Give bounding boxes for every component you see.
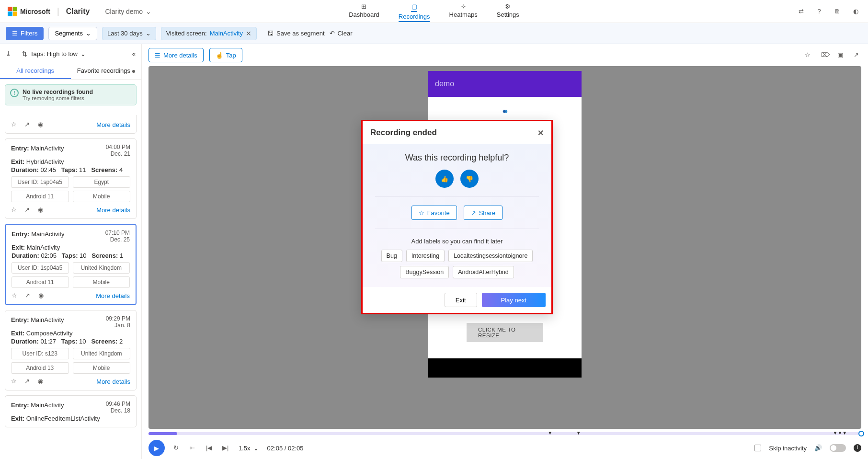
recordings-sidebar: ⤓ ⇅ Taps: High to low ⌄ « All recordings… bbox=[0, 44, 142, 459]
play-button[interactable]: ▶ bbox=[148, 440, 165, 456]
skip-back-icon[interactable]: |◀ bbox=[206, 444, 214, 452]
more-details-button[interactable]: ☰ More details bbox=[148, 48, 204, 62]
recordings-list[interactable]: ☆ ↗ ◉ More details Entry: MainActivity04… bbox=[0, 110, 141, 459]
label-tag[interactable]: Localtestingsessiontoignore bbox=[448, 250, 533, 262]
timeline-playhead[interactable] bbox=[858, 431, 864, 436]
recording-card[interactable]: ☆ ↗ ◉ More details bbox=[5, 115, 137, 134]
filter-chip-visited-screen[interactable]: Visited screen: MainActivity ✕ bbox=[161, 27, 257, 40]
label-tag[interactable]: Interesting bbox=[406, 250, 445, 262]
audio-toggle[interactable] bbox=[830, 444, 846, 452]
share-icon[interactable]: ↗ bbox=[24, 121, 32, 128]
player-toolbar: ☰ More details ☝ Tap ☆ ⌦ ▣ ↗ bbox=[142, 44, 868, 66]
label-tag[interactable]: BuggySession bbox=[400, 266, 449, 278]
person-icon[interactable]: ◉ bbox=[38, 292, 46, 299]
label-tag[interactable]: AndroidAfterHybrid bbox=[453, 266, 514, 278]
remove-chip-icon[interactable]: ✕ bbox=[246, 30, 251, 37]
copy-icon[interactable]: ▣ bbox=[837, 51, 845, 59]
person-icon[interactable]: ◉ bbox=[38, 206, 46, 214]
save-icon: 🖫 bbox=[267, 30, 274, 37]
speed-selector[interactable]: 1.5x ⌄ bbox=[239, 445, 259, 452]
download-icon[interactable]: ⤓ bbox=[6, 50, 13, 57]
recording-card[interactable]: Entry: MainActivity04:00 PMDec. 21Exit: … bbox=[5, 138, 137, 219]
dashboard-icon: ⊞ bbox=[361, 3, 366, 10]
project-switcher[interactable]: Clarity demo ⌄ bbox=[105, 8, 151, 15]
top-header: Microsoft | Clarity Clarity demo ⌄ ⊞ Das… bbox=[0, 0, 868, 23]
label-tag-list: BugInterestingLocaltestingsessiontoignor… bbox=[375, 250, 539, 278]
person-icon[interactable]: ◉ bbox=[38, 121, 46, 128]
time-display: 02:05 / 02:05 bbox=[267, 445, 304, 452]
star-icon[interactable]: ☆ bbox=[11, 206, 19, 214]
daterange-chip[interactable]: Last 30 days ⌄ bbox=[102, 27, 156, 40]
card-more-details[interactable]: More details bbox=[96, 207, 130, 214]
segments-button[interactable]: Segments ⌄ bbox=[48, 27, 97, 40]
tab-all-recordings[interactable]: All recordings bbox=[0, 63, 71, 79]
volume-icon[interactable]: 🔊 bbox=[814, 444, 822, 452]
close-dialog-button[interactable]: ✕ bbox=[537, 128, 544, 138]
person-icon[interactable]: ◉ bbox=[38, 378, 46, 385]
recording-card[interactable]: Entry: MainActivity09:46 PMDec. 18Exit: … bbox=[5, 395, 137, 427]
star-icon[interactable]: ☆ bbox=[11, 378, 19, 385]
nav-settings[interactable]: ⚙ Settings bbox=[497, 1, 519, 22]
thumbs-up-button[interactable]: 👍 bbox=[435, 170, 454, 188]
main-nav: ⊞ Dashboard ▢ Recordings ✧ Heatmaps ⚙ Se… bbox=[349, 1, 519, 22]
share-icon[interactable]: ↗ bbox=[24, 378, 32, 385]
nav-recordings[interactable]: ▢ Recordings bbox=[399, 1, 430, 22]
nav-dashboard[interactable]: ⊞ Dashboard bbox=[349, 1, 379, 22]
os-chip: Android 11 bbox=[11, 276, 69, 288]
share-icon[interactable]: ↗ bbox=[25, 292, 33, 299]
document-icon[interactable]: 🗎 bbox=[833, 7, 842, 16]
user-chip: User ID: 1sp04a5 bbox=[11, 262, 69, 274]
filters-button[interactable]: ☰ Filters bbox=[6, 27, 44, 40]
nav-heatmaps[interactable]: ✧ Heatmaps bbox=[449, 1, 478, 22]
tap-mode-button[interactable]: ☝ Tap bbox=[209, 48, 242, 62]
device-chip: Mobile bbox=[73, 362, 131, 374]
play-next-button[interactable]: Play next bbox=[482, 293, 546, 307]
thumbs-up-icon: 👍 bbox=[441, 175, 448, 183]
sort-dropdown[interactable]: ⇅ Taps: High to low ⌄ bbox=[22, 50, 86, 57]
star-icon[interactable]: ☆ bbox=[11, 292, 19, 299]
device-chip: Mobile bbox=[73, 276, 130, 288]
label-tag[interactable]: Bug bbox=[381, 250, 402, 262]
collapse-sidebar-icon[interactable]: « bbox=[132, 50, 136, 57]
account-icon[interactable]: ◐ bbox=[851, 7, 860, 16]
separator: | bbox=[57, 6, 59, 16]
tag-icon[interactable]: ⌦ bbox=[821, 51, 829, 59]
info-icon: ! bbox=[10, 89, 19, 97]
recording-card[interactable]: Entry: MainActivity07:10 PMDec. 25Exit: … bbox=[5, 224, 137, 305]
share-icon: ↗ bbox=[471, 209, 476, 217]
no-live-notice: ! No live recordings found Try removing … bbox=[5, 84, 137, 105]
timeline-track[interactable]: ▼ ▼ ▼▼▼ bbox=[148, 432, 861, 435]
save-as-segment-button[interactable]: 🖫 Save as segment bbox=[267, 30, 324, 37]
share-button[interactable]: ↗Share bbox=[464, 206, 503, 220]
skip-back-segment-icon[interactable]: ⇤ bbox=[190, 444, 197, 452]
star-icon[interactable]: ☆ bbox=[11, 121, 19, 128]
os-chip: Android 13 bbox=[11, 362, 69, 374]
card-more-details[interactable]: More details bbox=[96, 121, 130, 128]
tap-icon: ☝ bbox=[216, 52, 223, 59]
exit-button[interactable]: Exit bbox=[445, 293, 477, 307]
recording-card[interactable]: Entry: MainActivity09:29 PMJan. 8Exit: C… bbox=[5, 310, 137, 390]
brand-text: Microsoft bbox=[20, 8, 50, 15]
favorite-button[interactable]: ☆Favorite bbox=[411, 206, 457, 220]
skip-forward-icon[interactable]: ▶| bbox=[222, 444, 230, 452]
dialog-title: Recording ended bbox=[370, 128, 437, 138]
os-chip: Android 11 bbox=[11, 191, 69, 202]
microsoft-logo-icon bbox=[8, 7, 17, 16]
clear-filters-button[interactable]: ↶ Clear bbox=[330, 30, 353, 37]
card-more-details[interactable]: More details bbox=[96, 292, 130, 299]
thumbs-down-button[interactable]: 👎 bbox=[460, 170, 479, 188]
card-more-details[interactable]: More details bbox=[96, 378, 130, 385]
share-icon[interactable]: ↗ bbox=[24, 206, 32, 214]
user-chip: User ID: s123 bbox=[11, 348, 69, 359]
skip-inactivity-checkbox[interactable] bbox=[754, 445, 761, 451]
replay-icon[interactable]: ↻ bbox=[173, 444, 181, 452]
integrations-icon[interactable]: ⇄ bbox=[796, 7, 806, 16]
chevron-down-icon: ⌄ bbox=[86, 30, 91, 37]
flame-icon: ✧ bbox=[461, 3, 466, 10]
share-icon[interactable]: ↗ bbox=[854, 51, 861, 59]
help-icon[interactable]: ? bbox=[814, 7, 824, 16]
tab-favorite-recordings[interactable]: Favorite recordings bbox=[71, 63, 142, 79]
info-icon[interactable]: i bbox=[854, 444, 861, 452]
star-icon[interactable]: ☆ bbox=[805, 51, 812, 59]
resize-button: CLICK ME TO RESIZE bbox=[467, 323, 543, 342]
